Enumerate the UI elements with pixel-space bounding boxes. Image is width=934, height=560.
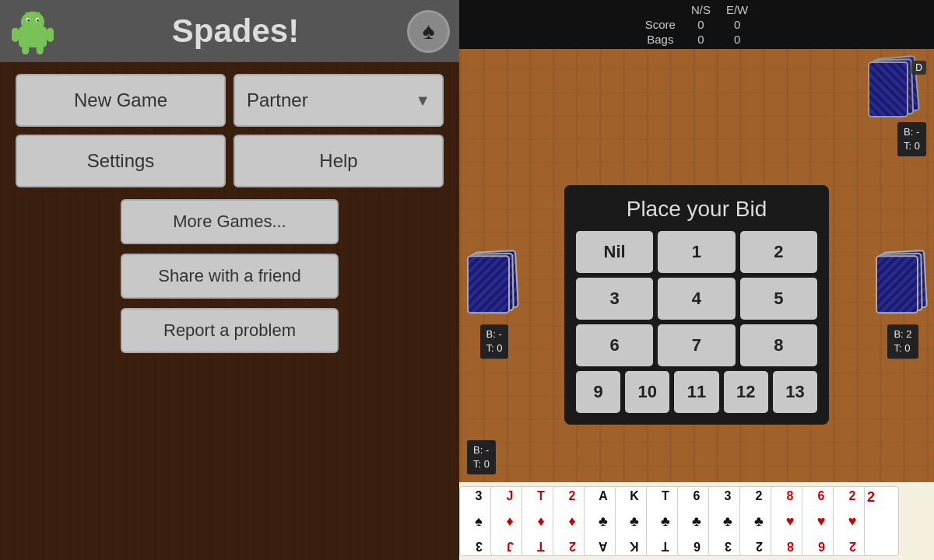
ew-label: E/W [726,3,748,16]
more-games-button[interactable]: More Games... [121,199,339,244]
cards-hand: 3 ♠ 3 J ♦ J T ♦ T 2 ♦ 2 A ♣ A K ♣ K T ♣ … [459,482,934,560]
bid-13-button[interactable]: 13 [773,371,817,413]
bottom-left-bid: B: - [473,443,490,457]
extra-buttons: More Games... Share with a friend Report… [0,195,459,357]
bid-dialog-title: Place your Bid [576,197,817,222]
right-card-stack [876,250,930,320]
app-title: Spades! [64,12,407,50]
svg-point-1 [21,12,44,32]
bid-6-button[interactable]: 6 [576,324,653,366]
bags-row-label: Bags [645,33,676,46]
partial-card[interactable]: 2 [864,486,899,556]
score-row-label: Score [645,18,676,31]
main-button-grid: New Game Partner ▼ Settings Help [0,62,459,195]
right-bid: B: 2 [894,327,911,341]
bid-1-button[interactable]: 1 [658,231,735,273]
bid-dialog: Place your Bid Nil 1 2 3 4 5 6 7 8 9 10 … [564,185,829,425]
top-right-bid-box: B: - T: 0 [897,122,926,156]
bid-5-button[interactable]: 5 [740,278,817,320]
dropdown-arrow-icon: ▼ [415,92,430,110]
top-right-player: D B: - T: 0 [868,57,926,156]
left-card-stack [467,250,521,320]
svg-rect-8 [12,28,19,42]
bid-3-button[interactable]: 3 [576,278,653,320]
spades-icon: ♠ [407,10,450,53]
svg-point-5 [37,19,38,21]
bid-10-button[interactable]: 10 [625,371,669,413]
left-tricks: T: 0 [486,341,503,355]
bid-8-button[interactable]: 8 [740,324,817,366]
app-header: Spades! ♠ [0,0,459,62]
new-game-button[interactable]: New Game [16,74,226,127]
ew-score: 0 [726,18,748,31]
score-label [645,3,676,16]
partner-button[interactable]: Partner ▼ [234,74,444,127]
share-button[interactable]: Share with a friend [121,254,339,299]
svg-rect-11 [37,45,44,54]
bottom-left-tricks: T: 0 [473,457,490,471]
bid-12-button[interactable]: 12 [724,371,768,413]
card-back [876,255,918,313]
bid-grid: Nil 1 2 3 4 5 6 7 8 [576,231,817,366]
bid-4-button[interactable]: 4 [658,278,735,320]
ew-bags: 0 [726,33,748,46]
bid-11-button[interactable]: 11 [674,371,718,413]
bid-2-button[interactable]: 2 [740,231,817,273]
right-panel: N/S E/W Score 0 0 Bags 0 0 D B: - T: 0 [459,0,934,560]
top-right-tricks: T: 0 [904,139,920,153]
player-d-label: D [911,61,926,75]
left-bid-box: B: - T: 0 [480,324,509,359]
right-player: B: 2 T: 0 [876,250,930,359]
help-button[interactable]: Help [234,135,444,187]
android-logo [9,8,56,54]
right-tricks: T: 0 [894,341,911,355]
ns-bags: 0 [691,33,711,46]
settings-button[interactable]: Settings [16,135,226,187]
svg-rect-10 [22,45,29,54]
card-back [467,255,510,313]
top-right-bid: B: - [904,125,920,139]
bid-grid-bottom: 9 10 11 12 13 [576,371,817,413]
svg-rect-9 [47,28,54,42]
score-bar: N/S E/W Score 0 0 Bags 0 0 [459,0,934,49]
card-back [868,61,908,117]
left-player: B: - T: 0 [467,250,521,359]
ns-label: N/S [691,3,711,16]
right-bid-box: B: 2 T: 0 [887,324,918,359]
top-card-stack: D [868,57,926,119]
left-bid: B: - [486,327,503,341]
ns-score: 0 [691,18,711,31]
bid-7-button[interactable]: 7 [658,324,735,366]
bid-9-button[interactable]: 9 [576,371,620,413]
score-table: N/S E/W Score 0 0 Bags 0 0 [645,3,749,46]
bottom-left-bid-box: B: - T: 0 [467,440,496,474]
svg-point-4 [27,19,29,21]
bid-nil-button[interactable]: Nil [576,231,653,273]
left-panel: Spades! ♠ New Game Partner ▼ Settings He… [0,0,459,560]
report-button[interactable]: Report a problem [121,308,339,353]
partner-label: Partner [247,89,308,111]
